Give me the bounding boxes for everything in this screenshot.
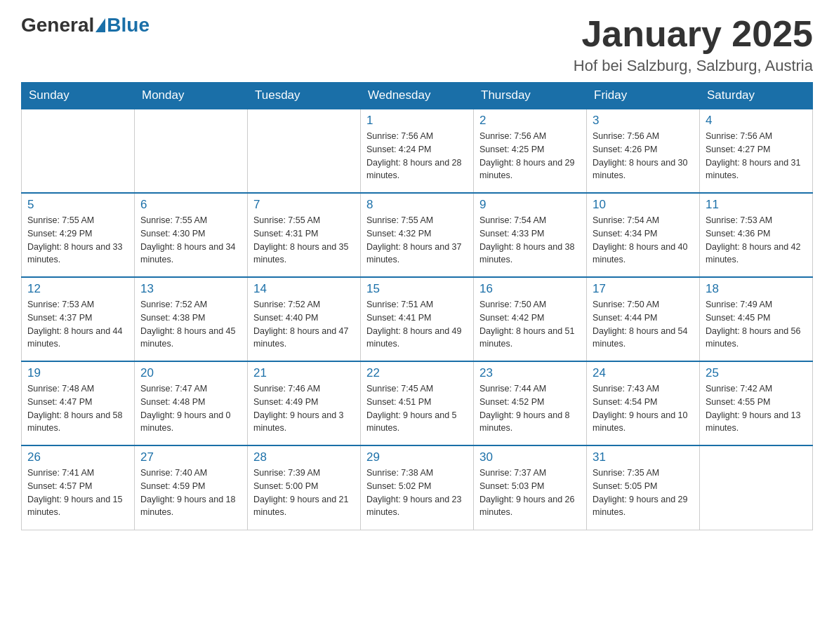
- day-info: Sunrise: 7:37 AM Sunset: 5:03 PM Dayligh…: [479, 467, 581, 519]
- table-row: 1Sunrise: 7:56 AM Sunset: 4:24 PM Daylig…: [361, 109, 474, 193]
- location-title: Hof bei Salzburg, Salzburg, Austria: [574, 57, 813, 75]
- day-info: Sunrise: 7:55 AM Sunset: 4:30 PM Dayligh…: [140, 214, 241, 267]
- day-info: Sunrise: 7:52 AM Sunset: 4:38 PM Dayligh…: [140, 298, 241, 351]
- logo-general-text: General: [21, 14, 94, 36]
- table-row: [700, 445, 813, 530]
- day-info: Sunrise: 7:42 AM Sunset: 4:55 PM Dayligh…: [706, 382, 807, 435]
- table-row: [135, 109, 248, 193]
- table-row: 10Sunrise: 7:54 AM Sunset: 4:34 PM Dayli…: [587, 193, 700, 277]
- table-row: [22, 109, 135, 193]
- col-friday: Friday: [587, 83, 700, 109]
- day-number: 27: [140, 450, 241, 464]
- day-number: 28: [253, 450, 355, 464]
- day-info: Sunrise: 7:38 AM Sunset: 5:02 PM Dayligh…: [366, 467, 468, 519]
- day-info: Sunrise: 7:55 AM Sunset: 4:32 PM Dayligh…: [366, 214, 468, 267]
- calendar-header-row: Sunday Monday Tuesday Wednesday Thursday…: [22, 83, 813, 109]
- day-info: Sunrise: 7:35 AM Sunset: 5:05 PM Dayligh…: [593, 467, 694, 519]
- day-info: Sunrise: 7:56 AM Sunset: 4:27 PM Dayligh…: [706, 130, 807, 182]
- table-row: 15Sunrise: 7:51 AM Sunset: 4:41 PM Dayli…: [361, 277, 474, 361]
- table-row: 16Sunrise: 7:50 AM Sunset: 4:42 PM Dayli…: [474, 277, 587, 361]
- day-number: 17: [593, 282, 694, 296]
- table-row: 3Sunrise: 7:56 AM Sunset: 4:26 PM Daylig…: [587, 109, 700, 193]
- logo-triangle-icon: [95, 18, 105, 32]
- day-info: Sunrise: 7:51 AM Sunset: 4:41 PM Dayligh…: [366, 298, 468, 351]
- calendar-week-row: 1Sunrise: 7:56 AM Sunset: 4:24 PM Daylig…: [22, 109, 813, 193]
- month-title: January 2025: [574, 14, 813, 54]
- day-number: 20: [140, 366, 241, 380]
- day-number: 21: [253, 366, 355, 380]
- calendar-table: Sunday Monday Tuesday Wednesday Thursday…: [21, 82, 813, 530]
- day-info: Sunrise: 7:43 AM Sunset: 4:54 PM Dayligh…: [593, 382, 694, 435]
- day-number: 4: [706, 114, 807, 128]
- table-row: 20Sunrise: 7:47 AM Sunset: 4:48 PM Dayli…: [135, 361, 248, 445]
- day-number: 11: [706, 198, 807, 212]
- col-thursday: Thursday: [474, 83, 587, 109]
- day-info: Sunrise: 7:53 AM Sunset: 4:37 PM Dayligh…: [27, 298, 128, 351]
- day-info: Sunrise: 7:50 AM Sunset: 4:42 PM Dayligh…: [479, 298, 581, 351]
- day-number: 3: [593, 114, 694, 128]
- logo-blue-text: Blue: [107, 14, 150, 36]
- day-info: Sunrise: 7:40 AM Sunset: 4:59 PM Dayligh…: [140, 467, 241, 519]
- day-info: Sunrise: 7:47 AM Sunset: 4:48 PM Dayligh…: [140, 382, 241, 435]
- day-number: 7: [253, 198, 355, 212]
- day-info: Sunrise: 7:53 AM Sunset: 4:36 PM Dayligh…: [706, 214, 807, 267]
- col-wednesday: Wednesday: [361, 83, 474, 109]
- table-row: 18Sunrise: 7:49 AM Sunset: 4:45 PM Dayli…: [700, 277, 813, 361]
- day-number: 25: [706, 366, 807, 380]
- day-number: 16: [479, 282, 581, 296]
- calendar-week-row: 19Sunrise: 7:48 AM Sunset: 4:47 PM Dayli…: [22, 361, 813, 445]
- table-row: 19Sunrise: 7:48 AM Sunset: 4:47 PM Dayli…: [22, 361, 135, 445]
- table-row: 6Sunrise: 7:55 AM Sunset: 4:30 PM Daylig…: [135, 193, 248, 277]
- table-row: 4Sunrise: 7:56 AM Sunset: 4:27 PM Daylig…: [700, 109, 813, 193]
- table-row: 29Sunrise: 7:38 AM Sunset: 5:02 PM Dayli…: [361, 445, 474, 530]
- table-row: 30Sunrise: 7:37 AM Sunset: 5:03 PM Dayli…: [474, 445, 587, 530]
- day-number: 31: [593, 450, 694, 464]
- day-info: Sunrise: 7:55 AM Sunset: 4:29 PM Dayligh…: [27, 214, 128, 267]
- day-info: Sunrise: 7:49 AM Sunset: 4:45 PM Dayligh…: [706, 298, 807, 351]
- day-number: 5: [27, 198, 128, 212]
- table-row: 17Sunrise: 7:50 AM Sunset: 4:44 PM Dayli…: [587, 277, 700, 361]
- day-info: Sunrise: 7:48 AM Sunset: 4:47 PM Dayligh…: [27, 382, 128, 435]
- day-number: 19: [27, 366, 128, 380]
- title-area: January 2025 Hof bei Salzburg, Salzburg,…: [574, 14, 813, 75]
- table-row: [248, 109, 361, 193]
- day-number: 12: [27, 282, 128, 296]
- day-info: Sunrise: 7:50 AM Sunset: 4:44 PM Dayligh…: [593, 298, 694, 351]
- day-info: Sunrise: 7:56 AM Sunset: 4:26 PM Dayligh…: [593, 130, 694, 182]
- day-info: Sunrise: 7:55 AM Sunset: 4:31 PM Dayligh…: [253, 214, 355, 267]
- col-sunday: Sunday: [22, 83, 135, 109]
- table-row: 28Sunrise: 7:39 AM Sunset: 5:00 PM Dayli…: [248, 445, 361, 530]
- day-info: Sunrise: 7:44 AM Sunset: 4:52 PM Dayligh…: [479, 382, 581, 435]
- day-info: Sunrise: 7:46 AM Sunset: 4:49 PM Dayligh…: [253, 382, 355, 435]
- table-row: 8Sunrise: 7:55 AM Sunset: 4:32 PM Daylig…: [361, 193, 474, 277]
- table-row: 27Sunrise: 7:40 AM Sunset: 4:59 PM Dayli…: [135, 445, 248, 530]
- header: General Blue January 2025 Hof bei Salzbu…: [21, 14, 813, 75]
- table-row: 13Sunrise: 7:52 AM Sunset: 4:38 PM Dayli…: [135, 277, 248, 361]
- table-row: 21Sunrise: 7:46 AM Sunset: 4:49 PM Dayli…: [248, 361, 361, 445]
- table-row: 25Sunrise: 7:42 AM Sunset: 4:55 PM Dayli…: [700, 361, 813, 445]
- table-row: 23Sunrise: 7:44 AM Sunset: 4:52 PM Dayli…: [474, 361, 587, 445]
- col-tuesday: Tuesday: [248, 83, 361, 109]
- table-row: 7Sunrise: 7:55 AM Sunset: 4:31 PM Daylig…: [248, 193, 361, 277]
- logo: General Blue: [21, 14, 150, 36]
- calendar-week-row: 5Sunrise: 7:55 AM Sunset: 4:29 PM Daylig…: [22, 193, 813, 277]
- table-row: 31Sunrise: 7:35 AM Sunset: 5:05 PM Dayli…: [587, 445, 700, 530]
- day-number: 1: [366, 114, 468, 128]
- day-number: 30: [479, 450, 581, 464]
- col-monday: Monday: [135, 83, 248, 109]
- table-row: 11Sunrise: 7:53 AM Sunset: 4:36 PM Dayli…: [700, 193, 813, 277]
- day-number: 26: [27, 450, 128, 464]
- col-saturday: Saturday: [700, 83, 813, 109]
- table-row: 14Sunrise: 7:52 AM Sunset: 4:40 PM Dayli…: [248, 277, 361, 361]
- calendar-week-row: 26Sunrise: 7:41 AM Sunset: 4:57 PM Dayli…: [22, 445, 813, 530]
- day-number: 8: [366, 198, 468, 212]
- day-number: 15: [366, 282, 468, 296]
- day-number: 22: [366, 366, 468, 380]
- table-row: 22Sunrise: 7:45 AM Sunset: 4:51 PM Dayli…: [361, 361, 474, 445]
- calendar-week-row: 12Sunrise: 7:53 AM Sunset: 4:37 PM Dayli…: [22, 277, 813, 361]
- day-number: 14: [253, 282, 355, 296]
- day-number: 13: [140, 282, 241, 296]
- day-number: 10: [593, 198, 694, 212]
- table-row: 2Sunrise: 7:56 AM Sunset: 4:25 PM Daylig…: [474, 109, 587, 193]
- day-info: Sunrise: 7:56 AM Sunset: 4:25 PM Dayligh…: [479, 130, 581, 182]
